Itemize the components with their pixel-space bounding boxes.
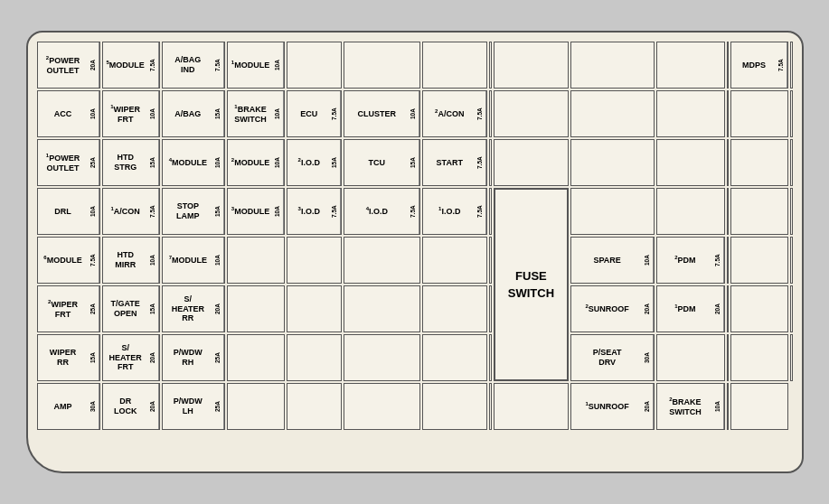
module-1-r1-amp: 10A [271, 42, 284, 88]
e7-7 [422, 334, 487, 381]
e3-9 [494, 139, 569, 186]
s-heater-rr: S/HEATERRR20A [162, 285, 225, 332]
e1-5 [287, 42, 342, 89]
iod-1-r4-amp: 7.5A [474, 189, 486, 234]
e4-8 [489, 188, 492, 235]
tcu: TCU15A [344, 139, 420, 186]
module-5: 5MODULE7.5A [102, 42, 160, 89]
e2-12 [727, 90, 730, 137]
htd-mirr-amp: 10A [146, 238, 159, 283]
start-amp: 7.5A [474, 140, 486, 185]
iod-2-r3: 2I.O.D15A [287, 139, 342, 186]
ecu: ECU7.5A [287, 90, 342, 137]
e6-13 [790, 285, 793, 332]
e7-13 [790, 334, 793, 381]
acon-2-amp: 7.5A [474, 91, 486, 136]
e3-11 [656, 139, 725, 186]
e1-6 [344, 42, 420, 89]
e5-4 [227, 237, 285, 284]
e7-6 [344, 334, 420, 381]
e4-12 [727, 188, 730, 235]
module-1-r1: 1MODULE10A [227, 42, 285, 89]
e8-4 [227, 383, 285, 430]
pdm-2: 2PDM7.5A [656, 237, 725, 284]
stop-lamp: STOPLAMP15A [162, 188, 225, 235]
e3-12 [727, 139, 730, 186]
e7-12 [730, 334, 787, 381]
e8-5 [287, 383, 342, 430]
module-4: 4MODULE10A [162, 139, 225, 186]
htd-mirr: HTDMIRR10A [102, 237, 160, 284]
tgate-open: T/GATEOPEN15A [102, 285, 160, 332]
power-outlet-2-amp: 20A [87, 42, 99, 88]
module-3-r4-amp: 10A [271, 189, 284, 234]
pwdw-lh-amp: 25A [212, 384, 224, 429]
e5-5 [287, 237, 342, 284]
cluster: CLUSTER10A [344, 90, 420, 137]
s-heater-frt-amp: 20A [146, 335, 159, 380]
fuse-box: 2POWEROUTLET20A5MODULE7.5AA/BAGIND7.5A1M… [26, 31, 804, 473]
module-3-r4: 3MODULE10A [227, 188, 285, 235]
e8-9 [494, 383, 569, 430]
wiper-rr-amp: 15A [87, 335, 99, 380]
e7-10 [656, 334, 725, 381]
sunroof-1: 1SUNROOF20A [570, 383, 655, 430]
module-5-amp: 7.5A [146, 42, 159, 88]
e6-6 [344, 285, 420, 332]
tgate-open-amp: 15A [146, 286, 159, 331]
tcu-amp: 15A [407, 140, 419, 185]
htd-strg-amp: 15A [146, 140, 159, 185]
e1-14 [790, 42, 793, 89]
e3-10 [570, 139, 655, 186]
e2-10 [570, 90, 655, 137]
iod-4-r4-amp: 7.5A [407, 189, 419, 234]
e5-11 [727, 237, 730, 284]
s-heater-frt: S/HEATERFRT20A [102, 334, 160, 381]
spare: SPARE10A [570, 237, 655, 284]
pdm-1: 1PDM20A [656, 285, 725, 332]
brake-sw-2: 2BRAKESWITCH10A [656, 383, 725, 430]
pseat-drv: P/SEATDRV30A [570, 334, 655, 381]
power-outlet-1-amp: 25A [87, 140, 99, 185]
module-6-amp: 7.5A [87, 238, 99, 283]
e4-10 [570, 188, 655, 235]
pwdw-rh: P/WDWRH25A [162, 334, 225, 381]
mdps-amp: 7.5A [775, 42, 787, 88]
e5-7 [422, 237, 487, 284]
module-2-r3-amp: 10A [271, 140, 284, 185]
e6-5 [287, 285, 342, 332]
e2-11 [656, 90, 725, 137]
brake-sw-1: 1BRAKESWITCH10A [227, 90, 285, 137]
pwdw-lh: P/WDWLH25A [162, 383, 225, 430]
abag-ind: A/BAGIND7.5A [162, 42, 225, 89]
e6-12 [730, 285, 787, 332]
ecu-amp: 7.5A [328, 91, 341, 136]
drl: DRL10A [37, 188, 100, 235]
module-7-amp: 10A [212, 238, 224, 283]
fuse-switch: FUSESWITCH [494, 188, 569, 381]
dr-lock-amp: 20A [146, 384, 159, 429]
wiper-frt-2-amp: 25A [87, 286, 99, 331]
brake-sw-2-amp: 10A [711, 384, 724, 429]
dr-lock: DRLOCK20A [102, 383, 160, 430]
e6-8 [489, 285, 492, 332]
e3-13 [730, 139, 787, 186]
wiper-frt-1-amp: 10A [146, 91, 159, 136]
sunroof-2-amp: 20A [641, 286, 654, 331]
e2-13 [730, 90, 787, 137]
stop-lamp-amp: 15A [212, 189, 224, 234]
e5-12 [730, 237, 787, 284]
e7-4 [227, 334, 285, 381]
e2-9 [494, 90, 569, 137]
module-7: 7MODULE10A [162, 237, 225, 284]
e6-4 [227, 285, 285, 332]
iod-3-r4-amp: 7.5A [328, 189, 341, 234]
e8-13 [730, 383, 787, 430]
e6-11 [727, 285, 730, 332]
start: START7.5A [422, 139, 487, 186]
e4-11 [656, 188, 725, 235]
spare-amp: 10A [641, 238, 654, 283]
abag: A/BAG15A [162, 90, 225, 137]
e8-7 [422, 383, 487, 430]
pdm-2-amp: 7.5A [711, 238, 724, 283]
